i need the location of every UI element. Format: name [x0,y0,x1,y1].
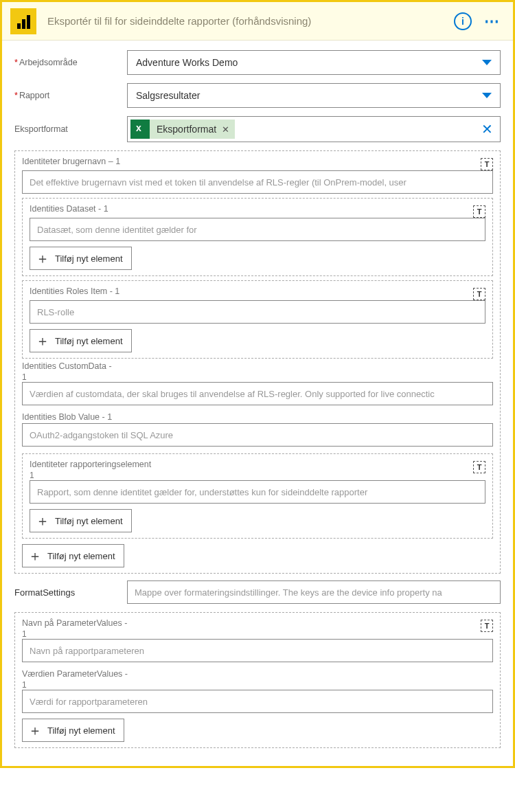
paramvalue-input[interactable] [22,690,493,713]
add-parameter-button[interactable]: ＋ Tilføj nyt element [22,719,124,742]
identities-reportitem-input[interactable] [30,480,485,504]
paramname-input[interactable] [22,639,493,662]
exportformat-input[interactable]: Eksportformat ✕ ✕ [127,116,501,142]
exportformat-label: Eksportformat [14,124,127,134]
add-parameter-label: Tilføj nyt element [47,725,115,736]
excel-icon [130,120,150,139]
identities-dataset-label: Identities Dataset - 1 [30,204,108,214]
report-dropdown[interactable]: Salgsresultater [127,83,501,108]
token-picker-icon[interactable]: T [473,288,485,300]
identities-roles-group: Identities Roles Item - 1 T ＋ Tilføj nyt… [22,280,493,359]
workspace-row: *Arbejdsområde Adventure Works Demo [14,50,501,75]
identities-blob-label: Identities Blob Value - 1 [22,412,493,422]
identities-reportitem-sub: 1 [30,471,151,480]
identities-dataset-group: Identities Dataset - 1 T ＋ Tilføj nyt el… [22,198,493,276]
chevron-down-icon [482,93,492,98]
exportformat-token: Eksportformat ✕ [130,120,235,139]
identities-customdata-sub: 1 [22,372,493,382]
info-icon[interactable]: i [454,12,472,30]
paramname-sub: 1 [22,629,127,639]
formatsettings-input[interactable] [127,580,501,604]
identities-reportitem-group: Identiteter rapporteringselement 1 T ＋ T… [22,453,493,539]
identities-username-input[interactable] [22,170,493,194]
add-identity-label: Tilføj nyt element [47,551,115,561]
parametervalues-group: Navn på ParameterValues - 1 T Værdien Pa… [14,612,501,748]
add-dataset-button[interactable]: ＋ Tilføj nyt element [30,247,132,270]
plus-icon: ＋ [36,512,49,530]
identities-blob-input[interactable] [22,423,493,447]
identities-customdata-input[interactable] [22,382,493,405]
identities-username-label: Identiteter brugernavn – 1 [22,157,120,166]
identities-roles-label: Identities Roles Item - 1 [30,286,119,296]
token-remove-icon[interactable]: ✕ [222,124,229,135]
more-icon[interactable]: ⋯ [484,12,501,30]
exportformat-token-text: Eksportformat [157,124,216,135]
clear-icon[interactable]: ✕ [481,121,493,137]
add-reportitem-label: Tilføj nyt element [55,516,123,526]
formatsettings-row: FormatSettings [14,580,501,604]
plus-icon: ＋ [28,547,42,565]
report-value: Salgsresultater [136,90,200,101]
form-body: *Arbejdsområde Adventure Works Demo *Rap… [2,41,513,766]
paramvalue-sub: 1 [22,680,493,690]
header-title: Eksportér til fil for sideinddelte rappo… [47,15,454,27]
plus-icon: ＋ [36,332,49,350]
workspace-label: *Arbejdsområde [14,58,127,67]
report-label: *Rapport [14,91,127,100]
identities-reportitem-label: Identiteter rapporteringselement [30,460,151,469]
token-picker-icon[interactable]: T [473,205,485,218]
chevron-down-icon [482,60,492,65]
report-row: *Rapport Salgsresultater [14,83,501,108]
header-bar: Eksportér til fil for sideinddelte rappo… [2,2,513,41]
add-identity-button[interactable]: ＋ Tilføj nyt element [22,544,124,567]
exportformat-row: Eksportformat Eksportformat ✕ ✕ [14,116,501,142]
identities-customdata-label: Identities CustomData - [22,361,493,371]
paramname-label: Navn på ParameterValues - [22,618,127,628]
identities-roles-input[interactable] [30,300,485,324]
identities-dataset-input[interactable] [30,218,485,241]
add-roles-label: Tilføj nyt element [55,336,123,346]
workspace-value: Adventure Works Demo [136,57,238,68]
powerbi-logo-icon [10,8,36,34]
token-picker-icon[interactable]: T [481,158,493,170]
app-window: Eksportér til fil for sideinddelte rappo… [0,0,515,768]
add-reportitem-button[interactable]: ＋ Tilføj nyt element [30,509,132,532]
paramvalue-label: Værdien ParameterValues - [22,669,493,679]
plus-icon: ＋ [36,249,49,268]
token-picker-icon[interactable]: T [481,620,493,632]
token-picker-icon[interactable]: T [473,461,485,473]
formatsettings-label: FormatSettings [14,587,127,598]
workspace-dropdown[interactable]: Adventure Works Demo [127,50,501,75]
add-roles-button[interactable]: ＋ Tilføj nyt element [30,329,132,352]
identities-group: Identiteter brugernavn – 1 T Identities … [14,150,501,574]
plus-icon: ＋ [28,721,42,740]
add-dataset-label: Tilføj nyt element [55,253,123,264]
